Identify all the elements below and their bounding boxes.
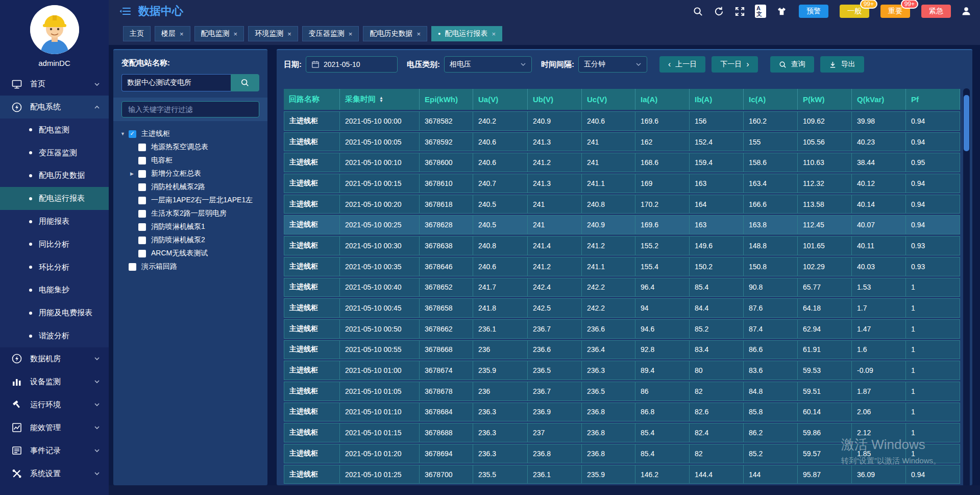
column-header[interactable]: Ib(A)▲▼ — [690, 89, 744, 110]
sidebar-submenu-item[interactable]: 配电历史数据 — [0, 164, 109, 187]
sidebar-submenu-item[interactable]: 谐波分析 — [0, 324, 109, 347]
tree-checkbox[interactable] — [138, 197, 146, 204]
sidebar-submenu-item[interactable]: 环比分析 — [0, 256, 109, 279]
tab[interactable]: ● 主页 × — [123, 26, 151, 41]
search-icon[interactable] — [692, 6, 703, 17]
tree-node[interactable]: ▼ ▶ 消防喷淋机械泵2 — [120, 233, 262, 247]
sidebar-item-event-log[interactable]: 事件记录 — [0, 439, 109, 462]
table-row[interactable]: 主进线柜 2021-05-10 00:00 3678582 240.2 240.… — [284, 111, 960, 131]
tree-checkbox[interactable] — [138, 183, 146, 191]
table-row[interactable]: 主进线柜 2021-05-10 00:30 3678638 240.8 241.… — [284, 236, 960, 255]
theme-shirt-icon[interactable] — [776, 6, 787, 17]
tree-checkbox[interactable] — [138, 170, 146, 178]
tree-checkbox[interactable] — [138, 144, 146, 151]
tree-checkbox[interactable] — [129, 263, 136, 271]
table-row[interactable]: 主进线柜 2021-05-10 00:50 3678662 236.1 236.… — [284, 319, 960, 339]
column-header[interactable]: Epi(kWh)▲▼ — [420, 89, 473, 110]
table-row[interactable]: 主进线柜 2021-05-10 00:15 3678610 240.7 241.… — [284, 174, 960, 193]
tree-expander[interactable]: ▼ ▶ — [120, 131, 129, 136]
tab[interactable]: ● 配电监测 × — [194, 26, 244, 41]
column-header[interactable]: Ic(A)▲▼ — [744, 89, 798, 110]
column-header[interactable]: Ua(V)▲▼ — [473, 89, 528, 110]
tree-node[interactable]: ▼ ▶ 主进线柜 — [120, 127, 262, 140]
prev-day-button[interactable]: ‹ 上一日 — [659, 56, 705, 73]
next-day-button[interactable]: 下一日 › — [712, 56, 757, 73]
column-header[interactable]: Ub(V)▲▼ — [528, 89, 582, 110]
translate-icon[interactable]: A文 — [755, 6, 766, 17]
tree-checkbox[interactable] — [138, 210, 146, 218]
sidebar-submenu-item[interactable]: 变压器监测 — [0, 142, 109, 164]
tree-expander[interactable]: ▼ ▶ — [130, 171, 138, 176]
tree-checkbox[interactable] — [138, 237, 146, 244]
tab[interactable]: ● 环境监测 × — [248, 26, 298, 41]
sidebar-item-energy-mgmt[interactable]: 能效管理 — [0, 416, 109, 439]
tree-node[interactable]: ▼ ▶ 演示箱回路 — [120, 260, 262, 273]
column-header[interactable]: Q(kVar)▲▼ — [852, 89, 906, 110]
sidebar-submenu-item[interactable]: 同比分析 — [0, 233, 109, 256]
tree-node[interactable]: ▼ ▶ 消防喷淋机械泵1 — [120, 220, 262, 233]
refresh-icon[interactable] — [713, 6, 724, 17]
tab[interactable]: ● 配电运行报表 × — [431, 26, 502, 41]
table-row[interactable]: 主进线柜 2021-05-10 00:20 3678618 240.5 241 … — [284, 195, 960, 214]
tree-node[interactable]: ▼ ▶ 生活水泵2路一层弱电房 — [120, 207, 262, 220]
date-picker[interactable]: 2021-05-10 — [306, 56, 398, 73]
table-row[interactable]: 主进线柜 2021-05-10 00:35 3678646 240.6 241.… — [284, 257, 960, 276]
alert-button[interactable]: 紧急 — [921, 5, 951, 18]
sidebar-item-environment[interactable]: 运行环境 — [0, 393, 109, 416]
alert-button[interactable]: 预警 — [799, 5, 828, 18]
tree-node[interactable]: ▼ ▶ 一层南1APE2右一层北1APE1左 — [120, 194, 262, 207]
table-row[interactable]: 主进线柜 2021-05-10 01:25 3678700 235.5 236.… — [284, 465, 960, 484]
column-header[interactable]: Uc(V)▲▼ — [582, 89, 635, 110]
voltage-type-select[interactable]: 相电压 — [444, 56, 532, 73]
column-header[interactable]: 回路名称▲▼ — [284, 89, 340, 110]
tree-checkbox[interactable] — [138, 157, 146, 164]
tree-checkbox[interactable] — [138, 223, 146, 231]
station-name-input[interactable] — [121, 74, 231, 91]
close-icon[interactable]: × — [234, 30, 238, 38]
tree-node[interactable]: ▼ ▶ 地源热泵空调总表 — [120, 140, 262, 154]
close-icon[interactable]: × — [492, 30, 496, 38]
table-row[interactable]: 主进线柜 2021-05-10 00:25 3678628 240.5 241 … — [284, 215, 960, 234]
column-header[interactable]: Ia(A)▲▼ — [635, 89, 690, 110]
sidebar-submenu-item[interactable]: 配电运行报表 — [0, 187, 109, 210]
avatar[interactable] — [30, 5, 79, 54]
sidebar-submenu-item[interactable]: 用能报表 — [0, 210, 109, 233]
tree-node[interactable]: ▼ ▶ 消防栓机械泵2路 — [120, 180, 262, 194]
alert-button[interactable]: 一般 99+ — [840, 5, 869, 18]
tree-node[interactable]: ▼ ▶ 电容柜 — [120, 154, 262, 167]
sidebar-submenu-item[interactable]: 电能集抄 — [0, 279, 109, 302]
table-row[interactable]: 主进线柜 2021-05-10 00:45 3678658 241.8 242.… — [284, 298, 960, 318]
export-button[interactable]: 导出 — [820, 56, 864, 73]
close-icon[interactable]: × — [416, 30, 421, 38]
tree-filter-input[interactable] — [121, 101, 259, 117]
vertical-scrollbar[interactable] — [963, 88, 970, 485]
tab[interactable]: ● 楼层 × — [155, 26, 190, 41]
tab[interactable]: ● 变压器监测 × — [302, 26, 359, 41]
scrollbar-thumb[interactable] — [964, 95, 969, 151]
table-row[interactable]: 主进线柜 2021-05-10 00:55 3678668 236 236.6 … — [284, 340, 960, 360]
table-row[interactable]: 主进线柜 2021-05-10 00:05 3678592 240.6 241.… — [284, 132, 960, 152]
tree-checkbox[interactable] — [138, 250, 146, 257]
table-row[interactable]: 主进线柜 2021-05-10 01:05 3678678 236 236.7 … — [284, 382, 960, 401]
sidebar-item-home[interactable]: 首页 — [0, 73, 109, 96]
table-row[interactable]: 主进线柜 2021-05-10 01:10 3678684 236.3 236.… — [284, 403, 960, 422]
tree-node[interactable]: ▼ ▶ 新增分立柜总表 — [120, 167, 262, 180]
tree-node[interactable]: ▼ ▶ ARCM无线表测试 — [120, 247, 262, 260]
table-row[interactable]: 主进线柜 2021-05-10 01:20 3678694 236.3 236.… — [284, 444, 960, 463]
sidebar-item-device-monitor[interactable]: 设备监测 — [0, 370, 109, 393]
table-row[interactable]: 主进线柜 2021-05-10 01:00 3678674 235.9 236.… — [284, 361, 960, 380]
table-row[interactable]: 主进线柜 2021-05-10 01:15 3678688 236.3 237 … — [284, 423, 960, 442]
interval-select[interactable]: 五分钟 — [578, 56, 647, 73]
close-icon[interactable]: × — [287, 30, 291, 38]
sidebar-item-settings[interactable]: 系统设置 — [0, 462, 109, 485]
column-header[interactable]: P(kW)▲▼ — [798, 89, 852, 110]
column-header[interactable]: 采集时间▲▼ — [340, 89, 420, 110]
column-header[interactable]: Pf▲▼ — [906, 89, 960, 110]
menu-fold-icon[interactable] — [119, 6, 131, 17]
table-row[interactable]: 主进线柜 2021-05-10 00:10 3678600 240.6 241.… — [284, 153, 960, 172]
tree-checkbox[interactable] — [129, 130, 136, 138]
alert-button[interactable]: 重要 99+ — [880, 5, 910, 18]
sidebar-item-data-room[interactable]: 数据机房 — [0, 347, 109, 370]
sidebar-item-power-system[interactable]: 配电系统 — [0, 96, 109, 119]
sidebar-submenu-item[interactable]: 配电监测 — [0, 119, 109, 142]
